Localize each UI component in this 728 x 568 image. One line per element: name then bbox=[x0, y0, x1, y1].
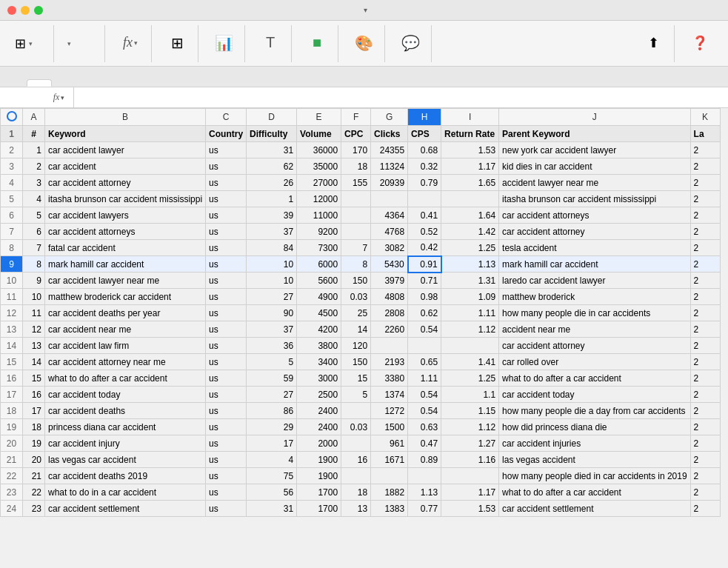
cell-return-rate[interactable]: 1.27 bbox=[441, 435, 499, 452]
cell-cps[interactable]: 0.54 bbox=[408, 387, 441, 403]
cell-hash[interactable]: 4 bbox=[23, 191, 45, 207]
close-button[interactable] bbox=[7, 6, 16, 15]
cell-cpc[interactable] bbox=[341, 224, 371, 240]
cell-cps[interactable]: 0.32 bbox=[408, 158, 441, 175]
cell-hash[interactable]: 3 bbox=[23, 175, 45, 191]
cell-volume[interactable]: 35000 bbox=[297, 158, 341, 175]
cell-volume[interactable]: 2500 bbox=[297, 387, 341, 403]
cell-difficulty[interactable]: 86 bbox=[247, 403, 297, 419]
cell-hash[interactable]: 5 bbox=[23, 207, 45, 224]
cell-country[interactable]: us bbox=[206, 191, 247, 207]
cell-last[interactable]: 2 bbox=[690, 419, 720, 435]
cell-clicks[interactable]: 2260 bbox=[371, 321, 408, 338]
cell-last[interactable]: 2 bbox=[690, 387, 720, 403]
cell-return-rate[interactable]: 1.41 bbox=[441, 354, 499, 370]
cell-country[interactable]: us bbox=[206, 403, 247, 419]
cell-volume[interactable]: 27000 bbox=[297, 175, 341, 191]
cell-keyword[interactable]: car accident lawyer bbox=[45, 142, 206, 158]
cell-volume[interactable]: 4500 bbox=[297, 305, 341, 321]
cell-return-rate[interactable]: 1.16 bbox=[441, 452, 499, 468]
cell-parent-keyword[interactable]: how many people died in car accidents in… bbox=[499, 468, 691, 484]
cell-keyword[interactable]: car accident injury bbox=[45, 435, 206, 452]
cell-keyword[interactable]: car accident attorneys bbox=[45, 224, 206, 240]
cell-clicks[interactable]: 1272 bbox=[371, 403, 408, 419]
col-header-D[interactable]: D bbox=[247, 109, 297, 126]
cell-clicks[interactable]: 4808 bbox=[371, 289, 408, 305]
cell-return-rate[interactable]: 1.64 bbox=[441, 207, 499, 224]
cell-cps[interactable]: 1.11 bbox=[408, 370, 441, 387]
cell-difficulty[interactable]: 84 bbox=[247, 240, 297, 256]
cell-cpc[interactable]: 14 bbox=[341, 321, 371, 338]
cell-cpc[interactable] bbox=[341, 207, 371, 224]
cell-clicks[interactable]: 3380 bbox=[371, 370, 408, 387]
table-row[interactable]: 98mark hamill car accidentus106000854300… bbox=[1, 256, 721, 273]
cell-cpc[interactable]: 120 bbox=[341, 338, 371, 354]
cell-last[interactable]: 2 bbox=[690, 191, 720, 207]
table-row[interactable]: 54itasha brunson car accident mississipp… bbox=[1, 191, 721, 207]
cell-volume[interactable]: 12000 bbox=[297, 191, 341, 207]
cell-hash[interactable]: 9 bbox=[23, 273, 45, 289]
table-row[interactable]: 1716car accident todayus272500513740.541… bbox=[1, 387, 721, 403]
table-row[interactable]: 1918princess diana car accidentus2924000… bbox=[1, 419, 721, 435]
cell-country[interactable]: us bbox=[206, 289, 247, 305]
cell-volume[interactable]: 7300 bbox=[297, 240, 341, 256]
cell-return-rate[interactable]: 1.12 bbox=[441, 419, 499, 435]
cell-cpc[interactable]: 15 bbox=[341, 370, 371, 387]
cell-keyword[interactable]: car accident settlement bbox=[45, 501, 206, 517]
cell-cps[interactable]: 0.71 bbox=[408, 273, 441, 289]
cell-parent-keyword[interactable]: tesla accident bbox=[499, 240, 691, 256]
cell-keyword[interactable]: itasha brunson car accident mississippi bbox=[45, 191, 206, 207]
col-header-A[interactable]: A bbox=[23, 109, 45, 126]
cell-parent-keyword[interactable]: how did princess diana die bbox=[499, 419, 691, 435]
cell-clicks[interactable]: 5430 bbox=[371, 256, 408, 273]
cell-parent-keyword[interactable]: car accident attorneys bbox=[499, 207, 691, 224]
cell-parent-keyword[interactable]: accident lawyer near me bbox=[499, 175, 691, 191]
cell-country[interactable]: us bbox=[206, 468, 247, 484]
cell-country[interactable]: us bbox=[206, 256, 247, 273]
cell-difficulty[interactable]: 37 bbox=[247, 321, 297, 338]
cell-return-rate[interactable]: 1.17 bbox=[441, 484, 499, 501]
chart-button[interactable]: 📊 bbox=[207, 31, 240, 56]
cell-difficulty[interactable]: 37 bbox=[247, 224, 297, 240]
cell-clicks[interactable]: 4768 bbox=[371, 224, 408, 240]
cell-clicks[interactable] bbox=[371, 191, 408, 207]
cell-cps[interactable] bbox=[408, 191, 441, 207]
cell-country[interactable]: us bbox=[206, 501, 247, 517]
cell-keyword[interactable]: what to do after a car accident bbox=[45, 370, 206, 387]
cell-last[interactable]: 2 bbox=[690, 501, 720, 517]
cell-parent-keyword[interactable]: car accident attorney bbox=[499, 338, 691, 354]
col-header-J[interactable]: J bbox=[499, 109, 691, 126]
cell-keyword[interactable]: fatal car accident bbox=[45, 240, 206, 256]
cell-country[interactable]: us bbox=[206, 207, 247, 224]
cell-volume[interactable]: 4200 bbox=[297, 321, 341, 338]
cell-last[interactable]: 2 bbox=[690, 468, 720, 484]
cell-clicks[interactable] bbox=[371, 338, 408, 354]
col-header-I[interactable]: I bbox=[441, 109, 499, 126]
table-row[interactable]: 2019car accident injuryus1720009610.471.… bbox=[1, 435, 721, 452]
cell-cpc[interactable] bbox=[341, 468, 371, 484]
cell-parent-keyword[interactable]: car accident injuries bbox=[499, 435, 691, 452]
cell-hash[interactable]: 22 bbox=[23, 484, 45, 501]
cell-last[interactable]: 2 bbox=[690, 289, 720, 305]
formula-button[interactable]: fx ▾ bbox=[114, 32, 147, 55]
cell-difficulty[interactable]: 17 bbox=[247, 435, 297, 452]
cell-cps[interactable]: 0.42 bbox=[408, 240, 441, 256]
cell-clicks[interactable]: 1500 bbox=[371, 419, 408, 435]
cell-volume[interactable]: 6000 bbox=[297, 256, 341, 273]
cell-hash[interactable]: 2 bbox=[23, 158, 45, 175]
cell-hash[interactable]: 13 bbox=[23, 338, 45, 354]
cell-cps[interactable]: 0.47 bbox=[408, 435, 441, 452]
cell-keyword[interactable]: mark hamill car accident bbox=[45, 256, 206, 273]
cell-volume[interactable]: 1900 bbox=[297, 468, 341, 484]
cell-hash[interactable]: 7 bbox=[23, 240, 45, 256]
cell-last[interactable]: 2 bbox=[690, 338, 720, 354]
cell-hash[interactable]: 16 bbox=[23, 387, 45, 403]
cell-keyword[interactable]: car accident bbox=[45, 158, 206, 175]
grid[interactable]: A B C D E F G H I J K 1 # Key bbox=[0, 108, 728, 568]
cell-cpc[interactable]: 0.03 bbox=[341, 419, 371, 435]
cell-difficulty[interactable]: 31 bbox=[247, 501, 297, 517]
window-controls[interactable] bbox=[7, 6, 43, 15]
cell-clicks[interactable]: 4364 bbox=[371, 207, 408, 224]
cell-cpc[interactable]: 5 bbox=[341, 387, 371, 403]
cell-cpc[interactable]: 170 bbox=[341, 142, 371, 158]
